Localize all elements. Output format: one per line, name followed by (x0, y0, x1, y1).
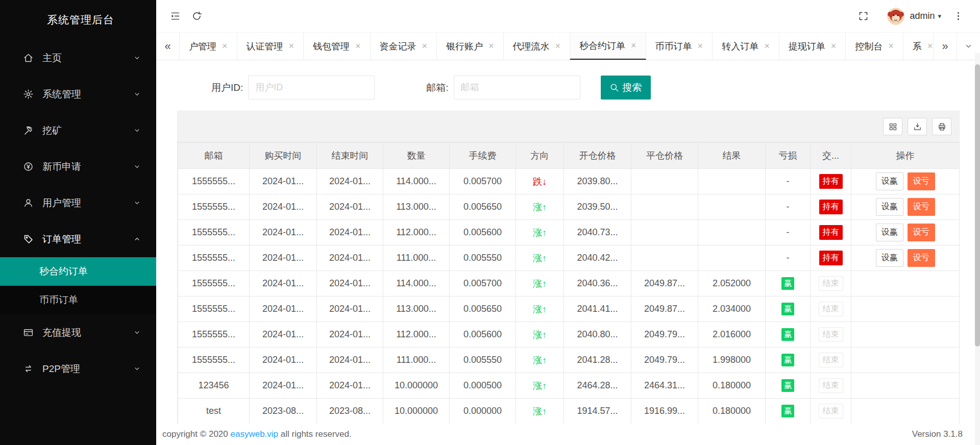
tab-close-icon[interactable]: × (488, 41, 494, 52)
export-button[interactable] (908, 118, 927, 135)
cell-profit-loss: 赢 (766, 373, 811, 399)
cell-actions (851, 399, 960, 424)
tabbar: « 户管理×认证管理×钱包管理×资金记录×银行账户×代理流水×秒合约订单×币币订… (156, 33, 980, 60)
sidebar-item-mining[interactable]: 挖矿 (0, 112, 156, 149)
tab-fund-records[interactable]: 资金记录× (371, 33, 437, 60)
search-button[interactable]: 搜索 (601, 76, 651, 100)
more-menu-button[interactable] (947, 6, 969, 27)
set-win-button[interactable]: 设赢 (876, 198, 903, 216)
sidebar-toggle-button[interactable] (164, 6, 186, 27)
fee-value: 0.005700 (463, 176, 502, 186)
sidebar-item-label: 用户管理 (42, 196, 133, 210)
col-header-direction: 方向 (516, 143, 564, 169)
tab-close-icon[interactable]: × (289, 41, 295, 52)
set-win-button[interactable]: 设赢 (876, 249, 903, 267)
user-menu-caret-icon[interactable]: ▾ (938, 12, 941, 20)
set-win-button[interactable]: 设赢 (876, 172, 903, 190)
refresh-button[interactable] (186, 6, 207, 27)
set-win-button[interactable]: 设赢 (876, 224, 903, 241)
close-price-value: 2049.87... (644, 278, 685, 288)
set-loss-button[interactable]: 设亏 (908, 224, 935, 241)
close-price-value: 2049.79... (644, 329, 685, 339)
amount-value: 10.000000 (395, 380, 438, 390)
sidebar-item-user-mgmt[interactable]: 用户管理 (0, 185, 156, 221)
ended-badge: 结束 (819, 327, 843, 342)
tab-bank-accounts[interactable]: 银行账户× (437, 33, 504, 60)
columns-toggle-button[interactable] (883, 118, 902, 135)
holding-badge: 持有 (819, 225, 843, 240)
tab-close-icon[interactable]: × (831, 41, 837, 52)
direction-value: 涨↑ (533, 279, 547, 289)
tab-wallet-mgmt[interactable]: 钱包管理× (304, 33, 371, 60)
sidebar-item-p2p-mgmt[interactable]: P2P管理 (0, 351, 156, 387)
tab-close-icon[interactable]: × (764, 41, 770, 52)
tab-system-partial[interactable]: 系× (903, 33, 933, 60)
cell-buy-time: 2024-01... (250, 194, 317, 220)
tab-label: 认证管理 (247, 40, 283, 53)
win-badge: 赢 (781, 379, 794, 392)
tab-withdraw-orders[interactable]: 提现订单× (779, 33, 846, 60)
refresh-icon (191, 11, 202, 21)
cell-result: 2.016000 (698, 322, 766, 348)
cell-buy-time: 2024-01... (250, 245, 317, 271)
tab-close-icon[interactable]: × (888, 41, 894, 52)
username[interactable]: admin (910, 11, 935, 21)
tab-console[interactable]: 控制台× (846, 33, 903, 60)
user-id-input[interactable] (248, 76, 375, 100)
tabs-scroll-right-button[interactable]: » (933, 33, 957, 60)
sidebar-item-label: 新币申请 (42, 160, 133, 174)
page-scrollbar[interactable] (975, 53, 980, 445)
tabs-scroll-left-button[interactable]: « (156, 33, 180, 60)
cell-profit-loss: 赢 (766, 322, 811, 348)
cell-email: 1555555... (178, 169, 250, 194)
fee-value: 0.005550 (463, 355, 502, 365)
sidebar-item-label: 充值提现 (42, 326, 133, 339)
set-loss-button[interactable]: 设亏 (908, 172, 935, 190)
win-badge: 赢 (781, 354, 794, 366)
tab-close-icon[interactable]: × (222, 41, 228, 52)
tab-close-icon[interactable]: × (631, 40, 636, 51)
cell-close-price (631, 169, 698, 194)
tab-transfer-in-orders[interactable]: 转入订单× (713, 33, 779, 60)
sidebar-subitem-coin-orders[interactable]: 币币订单 (0, 286, 156, 314)
tab-user-mgmt[interactable]: 户管理× (180, 33, 237, 60)
cell-status: 持有 (811, 245, 851, 271)
cell-email: 1555555... (178, 348, 250, 373)
cell-fee: 0.005650 (450, 194, 516, 220)
cell-open-price: 2040.73... (564, 220, 631, 245)
fullscreen-button[interactable] (852, 6, 874, 27)
sidebar-item-recharge-withdraw[interactable]: 充值提现 (0, 314, 156, 351)
cell-amount: 111.000... (383, 348, 450, 373)
tab-agent-flow[interactable]: 代理流水× (504, 33, 571, 60)
table-row: 1555555...2024-01...2024-01...113.000...… (178, 296, 960, 322)
tab-close-icon[interactable]: × (555, 41, 561, 52)
tab-close-icon[interactable]: × (698, 41, 703, 52)
set-loss-button[interactable]: 设亏 (908, 198, 935, 216)
col-header-fee: 手续费 (450, 143, 516, 169)
sidebar-item-label: 主页 (42, 52, 133, 65)
open-price-value: 2464.28... (577, 380, 618, 390)
tab-coin-orders[interactable]: 币币订单× (646, 33, 713, 60)
sidebar-subitem-second-contract-orders[interactable]: 秒合约订单 (0, 257, 156, 286)
avatar[interactable] (887, 8, 904, 25)
scrollbar-thumb[interactable] (975, 64, 980, 347)
sidebar-item-home[interactable]: 主页 (0, 40, 156, 76)
set-loss-button[interactable]: 设亏 (908, 249, 935, 267)
easyweb-link[interactable]: easyweb.vip (231, 429, 279, 439)
tab-close-icon[interactable]: × (355, 41, 361, 52)
tab-second-contract-orders[interactable]: 秒合约订单× (570, 33, 646, 60)
email-input[interactable] (454, 76, 580, 100)
tab-close-icon[interactable]: × (422, 41, 428, 52)
cell-result (698, 169, 766, 194)
sidebar-item-new-coin-apply[interactable]: 新币申请 (0, 149, 156, 185)
cell-end-time: 2024-01... (317, 296, 383, 322)
direction-value: 跌↓ (533, 177, 547, 187)
cell-result: 0.180000 (698, 399, 766, 424)
tab-auth-mgmt[interactable]: 认证管理× (237, 33, 304, 60)
amount-value: 111.000... (397, 253, 436, 263)
sidebar-item-order-mgmt[interactable]: 订单管理 (0, 221, 156, 257)
sidebar-item-system-mgmt[interactable]: 系统管理 (0, 76, 156, 112)
tab-close-icon[interactable]: × (927, 41, 933, 52)
cell-fee: 0.005550 (450, 348, 516, 373)
print-button[interactable] (932, 118, 951, 135)
